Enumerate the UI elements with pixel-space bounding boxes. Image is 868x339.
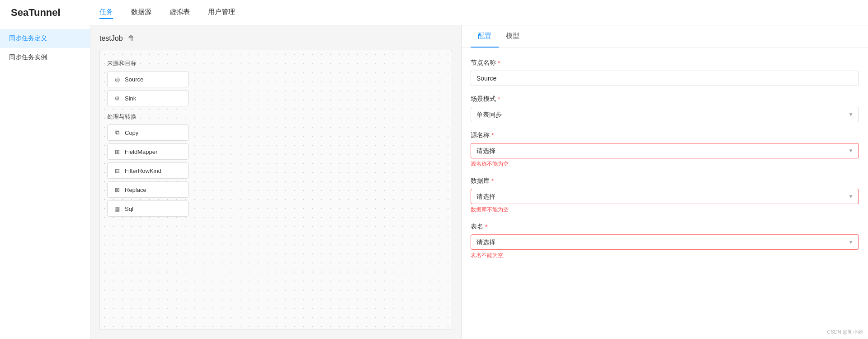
sink-node-label: Sink (125, 95, 136, 102)
panel-tabs: 配置 模型 (462, 25, 868, 48)
circle-dot-icon: ◎ (113, 75, 121, 83)
transform-title: 处理与转换 (107, 113, 444, 121)
replace-node[interactable]: ⊠ Replace (107, 181, 189, 198)
scene-mode-group: 场景模式 * 单表同步 ▼ (471, 95, 859, 122)
table-name-group: 表名 * 请选择 ▼ 表名不能为空 (471, 223, 859, 259)
top-navigation: SeaTunnel 任务 数据源 虚拟表 用户管理 (0, 0, 868, 25)
scene-mode-select[interactable]: 单表同步 (471, 107, 859, 122)
node-name-group: 节点名称 * (471, 59, 859, 86)
sidebar-item-sync-task-instance[interactable]: 同步任务实例 (0, 48, 90, 67)
required-mark-5: * (485, 223, 487, 230)
table-name-label: 表名 * (471, 223, 859, 231)
required-mark-4: * (491, 177, 494, 185)
sidebar-item-sync-task-def[interactable]: 同步任务定义 (0, 29, 90, 48)
job-header: testJob 🗑 (99, 34, 452, 43)
table-name-error: 表名不能为空 (471, 252, 859, 259)
database-error: 数据库不能为空 (471, 206, 859, 214)
replace-node-label: Replace (125, 186, 146, 193)
node-name-input[interactable] (471, 71, 859, 86)
filterrowkind-node[interactable]: ⊟ FilterRowKind (107, 162, 189, 179)
main-area: testJob 🗑 来源和目标 ◎ Source ⚙ Sink 处理与转换 ⧉ (90, 25, 461, 339)
source-name-select[interactable]: 请选择 (471, 143, 859, 158)
filterrowkind-node-label: FilterRowKind (125, 167, 161, 174)
copy-node[interactable]: ⧉ Copy (107, 124, 189, 141)
sink-node[interactable]: ⚙ Sink (107, 90, 189, 106)
tab-config[interactable]: 配置 (471, 25, 499, 48)
source-sink-section: 来源和目标 ◎ Source ⚙ Sink (107, 57, 444, 109)
required-mark-3: * (491, 132, 494, 139)
database-group: 数据库 * 请选择 ▼ 数据库不能为空 (471, 177, 859, 214)
required-mark: * (498, 59, 500, 67)
source-sink-title: 来源和目标 (107, 59, 444, 67)
source-node-label: Source (125, 76, 143, 83)
node-name-label: 节点名称 * (471, 59, 859, 67)
nav-datasources[interactable]: 数据源 (131, 6, 151, 19)
nav-virtual-tables[interactable]: 虚拟表 (170, 6, 190, 19)
nav-tasks[interactable]: 任务 (99, 6, 113, 19)
source-name-group: 源名称 * 请选择 ▼ 源名称不能为空 (471, 131, 859, 168)
sql-node[interactable]: ▦ Sql (107, 201, 189, 217)
scene-mode-label: 场景模式 * (471, 95, 859, 103)
source-name-label: 源名称 * (471, 131, 859, 139)
transform-section: 处理与转换 ⧉ Copy ⊞ FieldMapper ⊟ FilterRowKi… (107, 111, 444, 220)
source-node[interactable]: ◎ Source (107, 71, 189, 87)
nav-links: 任务 数据源 虚拟表 用户管理 (99, 6, 235, 19)
app-logo: SeaTunnel (0, 7, 90, 19)
nav-user-management[interactable]: 用户管理 (208, 6, 235, 19)
source-name-error: 源名称不能为空 (471, 160, 859, 168)
fieldmapper-node-label: FieldMapper (125, 148, 157, 155)
replace-icon: ⊠ (113, 186, 121, 194)
sql-icon: ▦ (113, 205, 121, 213)
sql-node-label: Sql (125, 205, 133, 212)
database-select[interactable]: 请选择 (471, 189, 859, 204)
field-icon: ⊞ (113, 148, 121, 156)
filter-icon: ⊟ (113, 167, 121, 175)
copy-node-label: Copy (125, 129, 138, 136)
job-name: testJob (99, 34, 123, 43)
copy-icon: ⧉ (113, 129, 121, 137)
database-select-wrapper: 请选择 ▼ (471, 189, 859, 204)
fieldmapper-node[interactable]: ⊞ FieldMapper (107, 143, 189, 160)
table-name-select-wrapper: 请选择 ▼ (471, 234, 859, 250)
settings-icon: ⚙ (113, 94, 121, 102)
right-panel: 配置 模型 节点名称 * 场景模式 * 单表同步 (461, 25, 868, 339)
main-layout: 同步任务定义 同步任务实例 testJob 🗑 来源和目标 ◎ Source ⚙… (0, 25, 868, 339)
table-name-select[interactable]: 请选择 (471, 234, 859, 250)
database-label: 数据库 * (471, 177, 859, 185)
panel-content: 节点名称 * 场景模式 * 单表同步 ▼ (462, 48, 868, 339)
tab-model[interactable]: 模型 (499, 25, 527, 48)
required-mark-2: * (498, 95, 500, 103)
canvas-area: 来源和目标 ◎ Source ⚙ Sink 处理与转换 ⧉ Copy ⊞ (99, 50, 452, 330)
scene-mode-select-wrapper: 单表同步 ▼ (471, 107, 859, 122)
watermark: CSDN @初小刺 (827, 329, 863, 335)
delete-icon[interactable]: 🗑 (127, 34, 135, 43)
sidebar: 同步任务定义 同步任务实例 (0, 25, 90, 339)
source-name-select-wrapper: 请选择 ▼ (471, 143, 859, 158)
